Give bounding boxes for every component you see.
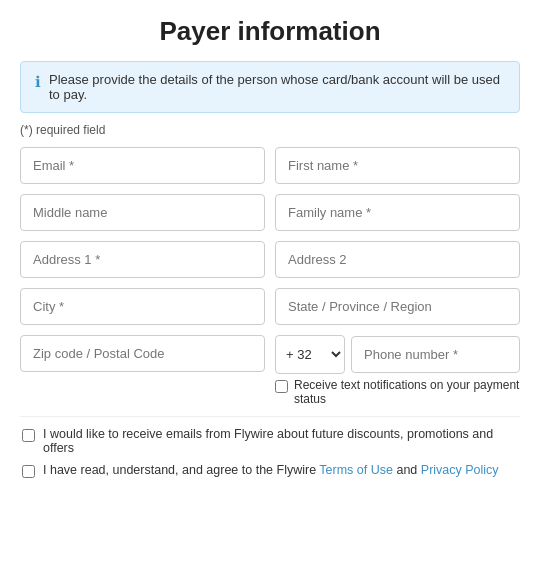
address1-field [20,241,265,278]
state-input[interactable] [275,288,520,325]
terms-link[interactable]: Terms of Use [319,463,393,477]
emails-label: I would like to receive emails from Flyw… [43,427,518,455]
info-icon: ℹ [35,73,41,91]
info-banner: ℹ Please provide the details of the pers… [20,61,520,113]
sms-row: Receive text notifications on your payme… [275,378,520,406]
state-field [275,288,520,325]
bottom-section: I would like to receive emails from Flyw… [20,416,520,478]
emails-checkbox-row: I would like to receive emails from Flyw… [20,427,520,455]
page-title: Payer information [20,16,520,47]
terms-label: I have read, understand, and agree to th… [43,463,499,477]
address2-field [275,241,520,278]
required-note: (*) required field [20,123,520,137]
address1-input[interactable] [20,241,265,278]
info-banner-text: Please provide the details of the person… [49,72,505,102]
form-grid: + 32 Receive text notifications on your … [20,147,520,406]
sms-label: Receive text notifications on your payme… [294,378,520,406]
email-field [20,147,265,184]
email-input[interactable] [20,147,265,184]
country-code-select[interactable]: + 32 [275,335,345,374]
address2-input[interactable] [275,241,520,278]
emails-checkbox[interactable] [22,429,35,442]
family-name-input[interactable] [275,194,520,231]
city-input[interactable] [20,288,265,325]
middle-name-field [20,194,265,231]
first-name-field [275,147,520,184]
sms-checkbox[interactable] [275,380,288,393]
zip-input[interactable] [20,335,265,372]
family-name-field [275,194,520,231]
zip-field [20,335,265,406]
first-name-input[interactable] [275,147,520,184]
phone-input[interactable] [351,336,520,373]
phone-section: + 32 Receive text notifications on your … [275,335,520,406]
phone-row: + 32 [275,335,520,374]
middle-name-input[interactable] [20,194,265,231]
city-field [20,288,265,325]
privacy-link[interactable]: Privacy Policy [421,463,499,477]
terms-checkbox[interactable] [22,465,35,478]
terms-checkbox-row: I have read, understand, and agree to th… [20,463,520,478]
